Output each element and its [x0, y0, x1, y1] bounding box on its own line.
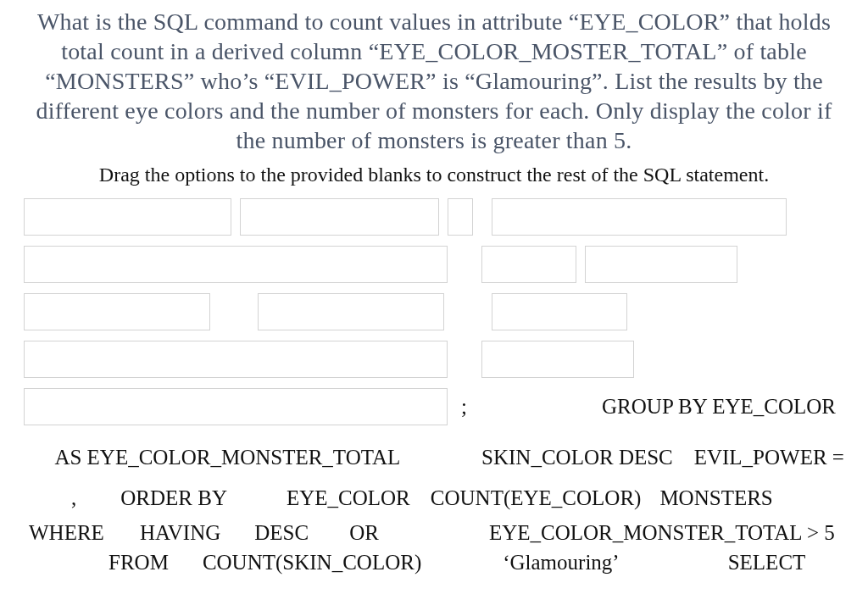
- option-monsters[interactable]: MONSTERS: [659, 478, 772, 519]
- option-evil-power-eq[interactable]: EVIL_POWER =: [694, 437, 844, 478]
- blank-2-2[interactable]: [481, 246, 576, 283]
- options-pool: AS EYE_COLOR_MONSTER_TOTAL SKIN_COLOR DE…: [24, 437, 844, 583]
- blanks-area: ; GROUP BY EYE_COLOR: [24, 198, 844, 425]
- option-comma[interactable]: ,: [71, 478, 76, 519]
- blank-4-1[interactable]: [24, 341, 448, 378]
- blank-2-1[interactable]: [24, 246, 448, 283]
- blank-1-4[interactable]: [492, 198, 787, 236]
- option-as-alias[interactable]: AS EYE_COLOR_MONSTER_TOTAL: [54, 437, 400, 478]
- blank-1-2[interactable]: [240, 198, 439, 236]
- blank-row-5: ; GROUP BY EYE_COLOR: [24, 388, 844, 425]
- blank-1-1[interactable]: [24, 198, 231, 236]
- blank-row-1: [24, 198, 844, 236]
- option-skin-color-desc[interactable]: SKIN_COLOR DESC: [481, 437, 673, 478]
- option-count-skin-color[interactable]: COUNT(SKIN_COLOR): [203, 542, 421, 583]
- blank-2-3[interactable]: [585, 246, 737, 283]
- blank-4-2[interactable]: [481, 341, 634, 378]
- option-from[interactable]: FROM: [108, 542, 169, 583]
- blank-row-3: [24, 293, 844, 330]
- blank-1-3[interactable]: [448, 198, 473, 236]
- question-text: What is the SQL command to count values …: [24, 7, 844, 155]
- semicolon-text: ;: [461, 395, 467, 419]
- blank-row-2: [24, 246, 844, 283]
- blank-3-3[interactable]: [492, 293, 627, 330]
- option-where[interactable]: WHERE: [29, 518, 104, 547]
- blank-3-1[interactable]: [24, 293, 210, 330]
- blank-row-4: [24, 341, 844, 378]
- option-glamouring[interactable]: ‘Glamouring’: [503, 542, 619, 583]
- option-select[interactable]: SELECT: [728, 542, 806, 583]
- option-group-by[interactable]: GROUP BY EYE_COLOR: [602, 395, 836, 419]
- option-order-by[interactable]: ORDER BY: [120, 478, 227, 519]
- instruction-text: Drag the options to the provided blanks …: [24, 164, 844, 186]
- option-eye-color[interactable]: EYE_COLOR: [287, 478, 410, 519]
- blank-5-1[interactable]: [24, 388, 448, 425]
- blank-3-2[interactable]: [258, 293, 444, 330]
- option-count-eye-color[interactable]: COUNT(EYE_COLOR): [431, 478, 642, 519]
